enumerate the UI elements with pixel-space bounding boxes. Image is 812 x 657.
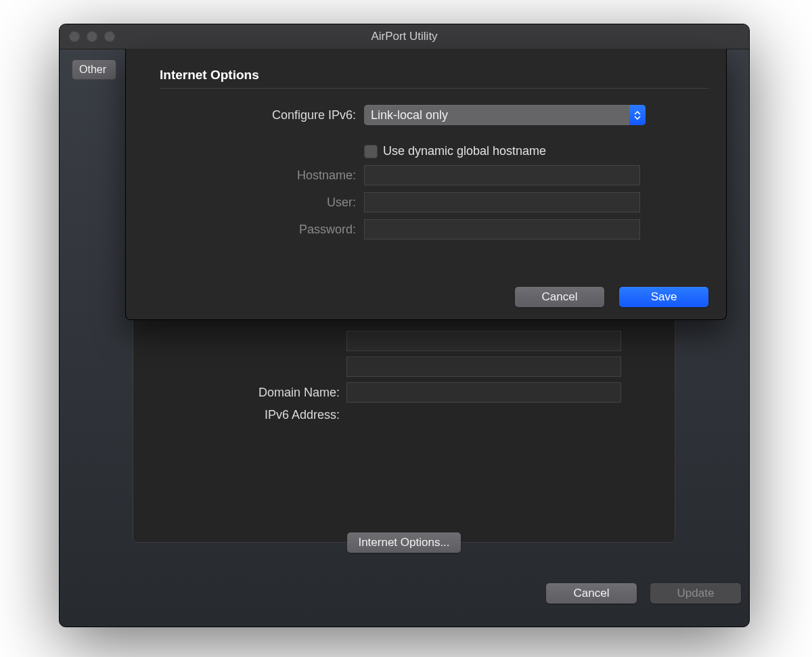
configure-ipv6-popup[interactable]: Link-local only (364, 105, 646, 125)
text-field[interactable] (346, 331, 621, 351)
main-form: Domain Name: IPv6 Address: (133, 331, 675, 428)
close-window-icon[interactable] (69, 31, 80, 42)
user-row: User: (160, 192, 708, 212)
divider (160, 88, 708, 89)
zoom-window-icon[interactable] (104, 31, 115, 42)
sheet-cancel-button[interactable]: Cancel (515, 287, 604, 307)
text-field[interactable] (346, 357, 621, 377)
sheet-cancel-label: Cancel (542, 290, 578, 304)
chevron-up-icon (634, 111, 641, 115)
sheet-buttons: Cancel Save (515, 287, 708, 307)
domain-name-field[interactable] (346, 382, 621, 403)
hostname-label: Hostname: (160, 168, 364, 183)
password-field[interactable] (364, 219, 640, 240)
titlebar: AirPort Utility (60, 24, 749, 49)
configure-ipv6-row: Configure IPv6: Link-local only (160, 105, 708, 125)
hostname-row: Hostname: (160, 165, 708, 185)
configure-ipv6-label: Configure IPv6: (160, 108, 364, 122)
sheet-save-label: Save (651, 290, 677, 304)
internet-options-button-label: Internet Options... (358, 536, 449, 549)
bottom-buttons: Cancel Update (125, 583, 741, 604)
hostname-field[interactable] (364, 165, 640, 185)
internet-options-sheet: Internet Options Configure IPv6: Link-lo… (125, 49, 727, 320)
minimize-window-icon[interactable] (87, 31, 97, 42)
traffic-lights (69, 31, 115, 42)
other-button-label: Other (79, 64, 106, 76)
update-button[interactable]: Update (650, 583, 741, 604)
user-label: User: (160, 196, 364, 210)
cancel-button-label: Cancel (574, 587, 610, 600)
ipv6-address-row: IPv6 Address: (133, 408, 675, 422)
airport-utility-window: AirPort Utility Other Domain Name: (59, 24, 750, 627)
internet-options-button[interactable]: Internet Options... (347, 533, 460, 553)
password-row: Password: (160, 219, 708, 240)
dynamic-hostname-checkbox[interactable] (364, 145, 378, 158)
popup-stepper-icon (629, 105, 646, 125)
domain-name-row: Domain Name: (133, 382, 675, 403)
configure-ipv6-value: Link-local only (371, 108, 448, 122)
ipv6-address-label: IPv6 Address: (133, 408, 346, 422)
window-title: AirPort Utility (60, 30, 749, 43)
other-wifi-devices-button[interactable]: Other (72, 60, 116, 80)
update-button-label: Update (677, 587, 715, 600)
sheet-save-button[interactable]: Save (619, 287, 708, 307)
form-row (133, 331, 675, 351)
dynamic-hostname-label: Use dynamic global hostname (383, 144, 546, 158)
user-field[interactable] (364, 192, 640, 212)
password-label: Password: (160, 223, 364, 237)
form-row (133, 357, 675, 377)
chevron-down-icon (634, 116, 641, 120)
dynamic-hostname-row: Use dynamic global hostname (160, 144, 708, 158)
domain-name-label: Domain Name: (133, 386, 346, 400)
cancel-button[interactable]: Cancel (546, 583, 637, 604)
sheet-title: Internet Options (160, 68, 708, 83)
